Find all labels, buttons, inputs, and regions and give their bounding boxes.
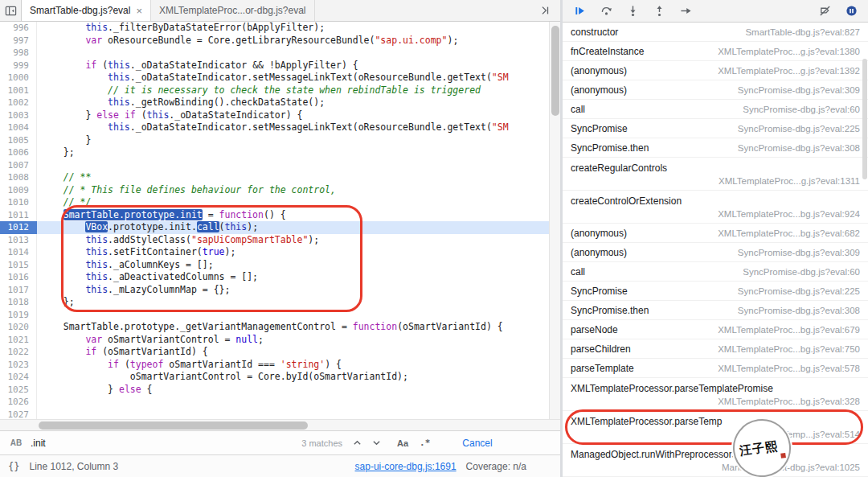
resume-icon[interactable]: [567, 2, 592, 21]
vertical-scrollbar-thumb[interactable]: [551, 26, 559, 116]
deactivate-breakpoints-icon[interactable]: [813, 2, 837, 21]
code-line[interactable]: 1025 } else {: [0, 384, 549, 397]
line-number[interactable]: 1020: [0, 321, 37, 334]
code-line[interactable]: 1015 this._aColumnKeys = [];: [0, 259, 549, 272]
horizontal-scrollbar[interactable]: [0, 419, 560, 430]
line-number[interactable]: 1004: [0, 121, 37, 134]
step-out-icon[interactable]: [647, 2, 671, 21]
call-stack-frame[interactable]: (anonymous)XMLTemplateProc...bg.js?eval:…: [563, 224, 868, 243]
more-tabs-icon[interactable]: [539, 5, 551, 19]
code-line[interactable]: 1022 if (oSmartVariantId) {: [0, 346, 549, 359]
line-number[interactable]: 1012: [0, 221, 37, 234]
line-number[interactable]: 996: [0, 22, 37, 35]
code-line[interactable]: 1021 var oSmartVariantControl = null;: [0, 334, 549, 347]
cancel-button[interactable]: Cancel: [462, 438, 492, 449]
line-number[interactable]: 1017: [0, 284, 37, 297]
code-line[interactable]: 1012 VBox.prototype.init.call(this);: [0, 221, 549, 234]
line-number[interactable]: 1023: [0, 359, 37, 372]
line-number[interactable]: 1009: [0, 184, 37, 197]
code-line[interactable]: 1001 // it is necessary to check the sta…: [0, 84, 549, 97]
code-line[interactable]: 1008 // **: [0, 171, 549, 184]
line-number[interactable]: 1025: [0, 384, 37, 397]
step-into-icon[interactable]: [620, 2, 645, 21]
line-number[interactable]: 1024: [0, 371, 37, 384]
code-line[interactable]: 1002 this._getRowBinding().checkDataStat…: [0, 97, 549, 109]
search-input[interactable]: .init 3 matches: [26, 438, 347, 449]
line-number[interactable]: 999: [0, 60, 37, 72]
call-stack-frame[interactable]: (anonymous)SyncPromise-dbg.js?eval:309: [563, 80, 868, 100]
line-number[interactable]: 1000: [0, 72, 37, 84]
call-stack-frame[interactable]: callSyncPromise-dbg.js?eval:60: [563, 100, 868, 119]
code-line[interactable]: 1017 this._mLazyColumnMap = {};: [0, 284, 549, 297]
line-number[interactable]: 1014: [0, 246, 37, 259]
line-number[interactable]: 1010: [0, 196, 37, 209]
code-line[interactable]: 1027: [0, 409, 549, 420]
line-number[interactable]: 1015: [0, 259, 37, 272]
call-stack-frame[interactable]: parseChildrenXMLTemplateProc...bg.js?eva…: [563, 339, 868, 359]
line-number[interactable]: 1007: [0, 159, 37, 172]
call-stack-frame[interactable]: constructorSmartTable-dbg.js?eval:827: [563, 23, 868, 42]
line-number[interactable]: 1003: [0, 109, 37, 122]
editor-tab[interactable]: SmartTable-dbg.js?eval×: [21, 0, 151, 21]
call-stack-frame[interactable]: createControlOrExtensionXMLTemplateProc.…: [563, 191, 868, 224]
line-number[interactable]: 1011: [0, 209, 37, 222]
next-match-button[interactable]: [366, 434, 386, 452]
code-line[interactable]: 1007: [0, 159, 549, 172]
stack-scrollbar[interactable]: [862, 23, 868, 477]
call-stack-frame-annotated[interactable]: XMLTemplateProcessor.parseTempXMLTemp...…: [563, 411, 868, 444]
call-stack-frame[interactable]: SyncPromiseSyncPromise-dbg.js?eval:225: [563, 282, 868, 301]
code-line[interactable]: 1020 SmartTable.prototype._getVariantMan…: [0, 321, 549, 334]
code-line[interactable]: 1009 // * This file defines behaviour fo…: [0, 184, 549, 197]
line-number[interactable]: 1019: [0, 309, 37, 322]
regex-button[interactable]: .*: [420, 438, 430, 448]
code-line[interactable]: 1010 // */: [0, 196, 549, 209]
line-number[interactable]: 1021: [0, 334, 37, 347]
source-link[interactable]: sap-ui-core-dbg.js:1691: [355, 461, 457, 472]
code-line[interactable]: 1016 this._aDeactivatedColumns = [];: [0, 271, 549, 284]
line-number[interactable]: 1027: [0, 409, 37, 420]
line-number[interactable]: 1005: [0, 134, 37, 147]
match-case-button[interactable]: Aa: [397, 438, 408, 448]
line-number[interactable]: 1022: [0, 346, 37, 359]
code-editor[interactable]: 996 this._filterByDataStateError(bApplyF…: [0, 22, 560, 419]
call-stack-frame[interactable]: SyncPromise.thenSyncPromise-dbg.js?eval:…: [563, 301, 868, 320]
code-line[interactable]: 1000 this._oDataStateIndicator.setMessag…: [0, 72, 549, 84]
code-line[interactable]: 1026: [0, 396, 549, 409]
horizontal-scrollbar-thumb[interactable]: [39, 421, 308, 430]
vertical-scrollbar[interactable]: [549, 22, 560, 419]
line-number[interactable]: 998: [0, 47, 37, 60]
editor-tab[interactable]: XMLTemplateProc...or-dbg.js?eval: [151, 0, 315, 21]
line-number[interactable]: 1001: [0, 84, 37, 97]
previous-match-button[interactable]: [347, 434, 366, 452]
code-line[interactable]: 1003 } else if (this._oDataStateIndicato…: [0, 109, 549, 122]
call-stack-frame[interactable]: (anonymous)XMLTemplateProc...g.js?eval:1…: [563, 61, 868, 80]
pause-on-exceptions-icon[interactable]: [839, 2, 863, 21]
code-line[interactable]: 1005 }: [0, 134, 549, 147]
call-stack-frame[interactable]: fnCreateInstanceXMLTemplateProc...g.js?e…: [563, 42, 868, 61]
call-stack-frame[interactable]: XMLTemplateProcessor.parseTemplatePromis…: [563, 378, 868, 411]
call-stack-frame[interactable]: callSyncPromise-dbg.js?eval:60: [563, 262, 868, 282]
code-line[interactable]: 999 if (this._oDataStateIndicator && !bA…: [0, 60, 549, 72]
code-line[interactable]: 1018 };: [0, 296, 549, 309]
code-line[interactable]: 1004 this._oDataStateIndicator.setMessag…: [0, 121, 549, 134]
code-line[interactable]: 1006 };: [0, 146, 549, 159]
code-line[interactable]: 1019: [0, 309, 549, 322]
code-line[interactable]: 996 this._filterByDataStateError(bApplyF…: [0, 22, 549, 35]
call-stack-frame[interactable]: ManagedObject.runWithPreprocessorsManage…: [563, 444, 868, 477]
line-number[interactable]: 1016: [0, 271, 37, 284]
line-number[interactable]: 1008: [0, 171, 37, 184]
line-number[interactable]: 1018: [0, 296, 37, 309]
step-icon[interactable]: [674, 2, 698, 21]
tab-close-icon[interactable]: ×: [136, 6, 142, 16]
call-stack-frame[interactable]: parseTemplateXMLTemplateProc...bg.js?eva…: [563, 359, 868, 378]
code-line[interactable]: 998: [0, 47, 549, 60]
call-stack-frame[interactable]: SyncPromiseSyncPromise-dbg.js?eval:225: [563, 119, 868, 138]
code-line[interactable]: 1023 if (typeof oSmartVariantId === 'str…: [0, 359, 549, 372]
code-line[interactable]: 1013 this.addStyleClass("sapUiCompSmartT…: [0, 234, 549, 247]
stack-scrollbar-thumb[interactable]: [862, 59, 867, 179]
code-line[interactable]: 997 var oResourceBundle = Core.getLibrar…: [0, 35, 549, 47]
line-number[interactable]: 1013: [0, 234, 37, 247]
line-number[interactable]: 1002: [0, 97, 37, 109]
line-number[interactable]: 997: [0, 35, 37, 47]
call-stack-frame[interactable]: createRegularControlsXMLTemplateProc...g…: [563, 158, 868, 191]
